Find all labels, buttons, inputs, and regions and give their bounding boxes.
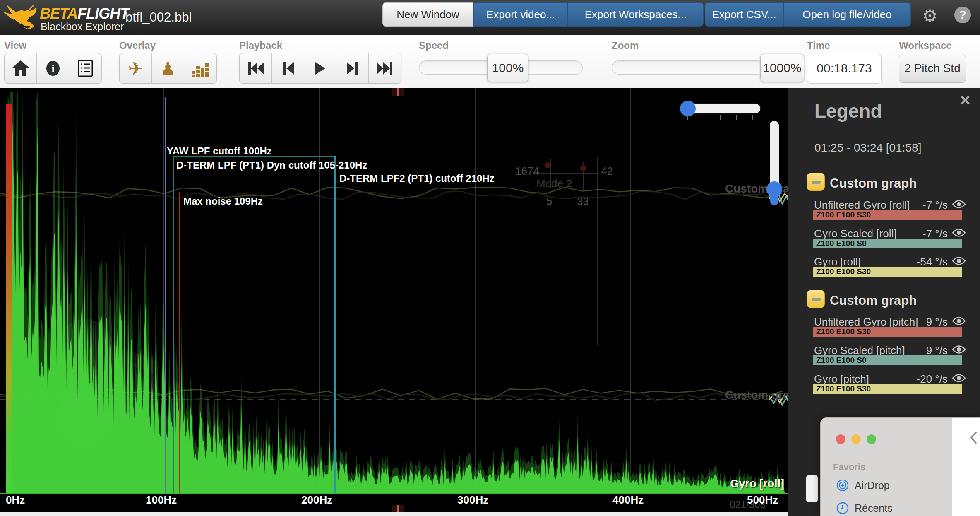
- time-input[interactable]: 00:18.173: [807, 53, 882, 84]
- skip-start-icon: [247, 61, 264, 75]
- plane-icon: ✈: [128, 58, 143, 79]
- maximize-traffic-light[interactable]: [867, 434, 876, 444]
- eye-visibility-icon[interactable]: [952, 228, 966, 238]
- workspace-section-label: Workspace: [899, 40, 952, 51]
- svg-text:i: i: [51, 63, 54, 75]
- speed-slider-handle[interactable]: 100%: [487, 54, 528, 82]
- eye-visibility-icon[interactable]: [952, 373, 966, 383]
- finder-item-airdrop[interactable]: AirDrop: [836, 479, 890, 492]
- home-icon: [12, 60, 29, 76]
- playhead-marker-top[interactable]: [392, 88, 404, 96]
- max-noise-line: [179, 192, 180, 493]
- step-back-button[interactable]: [272, 53, 304, 83]
- help-icon[interactable]: ?: [954, 7, 971, 23]
- ghost-value-2: 33: [577, 195, 589, 208]
- betaflight-bee-logo-icon: [2, 1, 38, 34]
- app-logo-subtitle: Blackbox Explorer: [41, 21, 124, 33]
- open-log-button[interactable]: Open log file/video: [783, 2, 911, 27]
- overlay-analyser-button[interactable]: [184, 53, 216, 83]
- finder-item-recents[interactable]: Récents: [836, 502, 893, 514]
- field-expo-badge[interactable]: Z100 E100 S30: [813, 210, 962, 220]
- time-section-label: Time: [807, 40, 830, 51]
- graph-vertical-slider-handle[interactable]: [766, 181, 782, 197]
- eye-visibility-icon[interactable]: [952, 256, 966, 266]
- window-bottom-strip: [0, 512, 788, 516]
- bars-icon: [192, 60, 209, 77]
- collapse-group-button[interactable]: [807, 290, 825, 308]
- log-time-range: 01:25 - 03:24 [01:58]: [814, 141, 921, 154]
- close-icon[interactable]: ×: [960, 92, 970, 109]
- field-expo-badge[interactable]: Z100 E100 S30: [813, 384, 962, 394]
- graph-horizontal-slider-handle[interactable]: [680, 101, 696, 116]
- eye-visibility-icon[interactable]: [952, 345, 966, 354]
- max-noise-annotation: Max noise 109Hz: [183, 195, 263, 207]
- export-csv-button[interactable]: Export CSV...: [705, 2, 783, 27]
- ghost-mode-label: Mode 2: [536, 177, 572, 190]
- minus-icon: [812, 298, 821, 301]
- overlay-sticks-button[interactable]: ♟: [152, 53, 184, 83]
- hslider-tick: [736, 115, 737, 120]
- graph-group-label: Custom graph: [830, 176, 917, 191]
- zoom-slider-handle[interactable]: 1000%: [760, 54, 804, 82]
- export-video-button[interactable]: Export video...: [473, 2, 568, 27]
- view-info-button[interactable]: i: [37, 53, 69, 83]
- workspace-button[interactable]: 2 Pitch Std: [899, 54, 966, 83]
- hslider-tick: [752, 115, 753, 120]
- view-home-button[interactable]: [5, 53, 37, 83]
- eye-visibility-icon[interactable]: [952, 199, 966, 209]
- view-button-group: i: [4, 53, 102, 84]
- pawn-icon: ♟: [160, 58, 176, 79]
- axis-tick-200hz: 200Hz: [301, 494, 332, 506]
- close-traffic-light[interactable]: [836, 434, 845, 444]
- playback-section-label: Playback: [239, 40, 282, 51]
- eye-visibility-icon[interactable]: [952, 316, 966, 326]
- finder-item-label: Récents: [855, 502, 893, 514]
- finder-item-label: AirDrop: [855, 480, 890, 492]
- dterm-lpf2-cutoff-line: [334, 156, 336, 493]
- list-icon: [78, 60, 93, 77]
- field-expo-badge[interactable]: Z100 E100 S30: [813, 327, 962, 337]
- graph-group-label: Custom graph: [830, 293, 917, 308]
- custom-graph-watermark-2: Custom graph: [725, 388, 788, 402]
- info-icon: i: [45, 60, 61, 76]
- step-forward-button[interactable]: [336, 53, 369, 83]
- spectrum-area-chart: [0, 88, 788, 512]
- step-forward-icon: [347, 61, 358, 75]
- ghost-rpm-value: 1674: [515, 165, 539, 178]
- field-expo-badge[interactable]: Z100 E100 S0: [813, 239, 962, 248]
- header-bar: BETAFLIGHT Blackbox Explorer btfl_002.bb…: [0, 0, 980, 35]
- collapse-group-button[interactable]: [807, 173, 825, 191]
- skip-to-end-button[interactable]: [369, 53, 401, 83]
- axis-tick-0hz: 0Hz: [6, 494, 25, 506]
- legend-title: Legend: [814, 100, 882, 122]
- spectrum-dc-heat-bar: [6, 104, 12, 493]
- hslider-tick: [720, 115, 721, 120]
- yaw-lpf-cutoff-line: [165, 97, 166, 493]
- overlay-section-label: Overlay: [119, 40, 156, 51]
- back-chevron-icon[interactable]: [970, 431, 977, 444]
- overlay-button-group: ✈ ♟: [119, 53, 217, 84]
- skip-end-icon: [377, 61, 393, 75]
- skip-to-start-button[interactable]: [240, 53, 272, 83]
- pane-resize-handle[interactable]: [806, 475, 818, 502]
- overlay-craft-button[interactable]: ✈: [120, 53, 152, 83]
- new-window-button[interactable]: New Window: [382, 2, 473, 27]
- yaw-lpf-annotation: YAW LPF cutoff 100Hz: [167, 145, 272, 157]
- view-log-list-button[interactable]: [69, 53, 101, 83]
- spectrum-graph-canvas[interactable]: YAW LPF cutoff 100Hz D-TERM LPF (PT1) Dy…: [0, 88, 788, 512]
- toolbar: View Overlay Playback Speed Zoom Time Wo…: [0, 35, 980, 88]
- axis-tick-400hz: 400Hz: [612, 494, 644, 506]
- playhead-marker-bottom[interactable]: [392, 505, 404, 512]
- speed-section-label: Speed: [419, 40, 449, 51]
- settings-gear-icon[interactable]: ⚙: [922, 6, 938, 26]
- minimize-traffic-light[interactable]: [851, 434, 861, 444]
- graph-vertical-slider-track[interactable]: [770, 121, 779, 187]
- export-workspaces-button[interactable]: Export Workspaces...: [568, 2, 704, 27]
- play-button[interactable]: [304, 53, 336, 83]
- field-expo-badge[interactable]: Z100 E100 S30: [813, 267, 962, 277]
- field-expo-badge[interactable]: Z100 E100 S0: [813, 355, 962, 365]
- macos-finder-window: Favoris AirDrop Récents: [820, 417, 980, 516]
- app-logo-title: BETAFLIGHT: [40, 5, 129, 22]
- zoom-slider-track[interactable]: [612, 60, 765, 75]
- axis-tick-300hz: 300Hz: [457, 494, 488, 506]
